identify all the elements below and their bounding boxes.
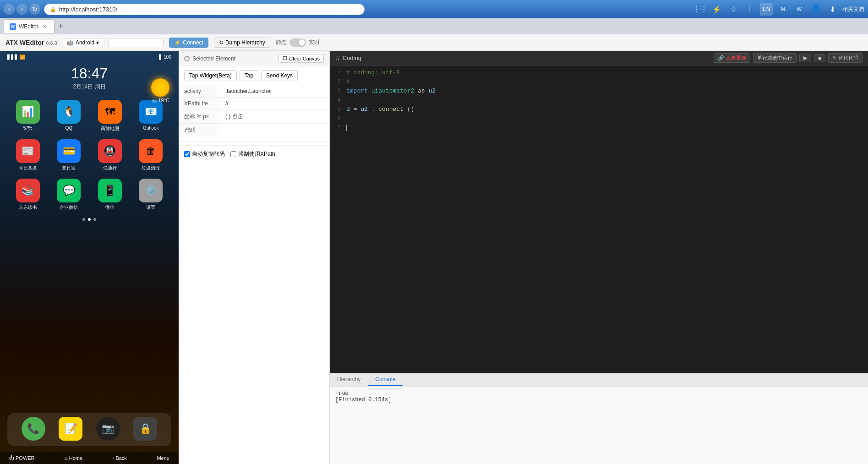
dock-lock[interactable]: 🔒	[131, 417, 160, 442]
extension1-icon[interactable]: M	[776, 3, 789, 16]
prop-code-row: 代码	[179, 124, 329, 137]
auto-copy-option[interactable]: 自动复制代码	[184, 150, 225, 158]
main-content: ▋▋▋ 📶 ▋ 100 18:47 2月14日 周日 储 19°C	[0, 51, 868, 464]
force-xpath-option[interactable]: 强制使用XPath	[230, 150, 275, 158]
app-alipay-icon: 💳	[57, 139, 81, 163]
replace-code-button[interactable]: ✎ 替代代码	[828, 53, 863, 63]
force-xpath-checkbox[interactable]	[230, 151, 236, 157]
back-button[interactable]: ‹	[4, 4, 15, 15]
tab-favicon: W	[10, 23, 16, 30]
dock-camera[interactable]: 📷	[93, 417, 123, 442]
stop-button[interactable]: ■	[814, 54, 825, 62]
profile-icon[interactable]: 👤	[809, 3, 822, 16]
clear-canvas-button[interactable]: ☐ Clear Canvas	[278, 54, 324, 63]
send-keys-button[interactable]: Send Keys	[261, 70, 298, 81]
app-icon-jdbook[interactable]: 📚 京东读书	[13, 179, 43, 211]
single-run-button[interactable]: 单行或选中运行	[753, 53, 797, 63]
inspector-panel: Selected Element ☐ Clear Canvas Tap Widg…	[179, 51, 330, 464]
app-jdbook-label: 京东读书	[13, 204, 43, 211]
phone-screen[interactable]: ▋▋▋ 📶 ▋ 100 18:47 2月14日 周日 储 19°C	[0, 51, 179, 464]
static-label: 静态	[276, 38, 287, 46]
dock-notes[interactable]: 📝	[56, 417, 85, 442]
dump-hierarchy-button[interactable]: ↻ Dump Hierarchy	[214, 38, 270, 48]
download-icon[interactable]: ⬇	[826, 3, 839, 16]
dock-row: 📞 📝 📷 🔒	[7, 413, 171, 446]
back-nav-button[interactable]: ‹ Back	[113, 455, 127, 461]
tab-close-button[interactable]: ×	[41, 23, 49, 30]
translate-icon[interactable]: EN	[760, 3, 773, 16]
power-button[interactable]: ⏻ POWER	[9, 455, 35, 461]
code-line-4: 4	[330, 97, 868, 106]
play-button[interactable]: ▶	[799, 54, 811, 62]
home-button[interactable]: ⌂ Home	[65, 455, 82, 461]
app-yitongxing-icon: 🚇	[98, 139, 122, 163]
connect-icon: ⚡	[174, 39, 181, 46]
app-qq-icon: 🐧	[57, 100, 81, 124]
link-icon: 🔗	[718, 55, 724, 61]
app-alipay-label: 支付宝	[54, 165, 83, 171]
menu-nav-button[interactable]: Menu	[157, 455, 169, 461]
code-editor-area[interactable]: 1 # coding: utf-8 2 # 3 import uiautomat…	[330, 66, 868, 373]
device-input[interactable]	[109, 38, 164, 47]
phone-nav-bar: ⏻ POWER ⌂ Home ‹ Back Menu	[0, 452, 179, 464]
signal-indicator: ▋▋▋ 📶	[7, 55, 25, 60]
app-icon-wxwork[interactable]: 💬 企业微信	[54, 179, 83, 211]
dock-phone[interactable]: 📞	[19, 417, 48, 442]
app-icon-outlook[interactable]: 📧 Outlook	[136, 100, 165, 132]
replace-icon: ✎	[832, 55, 836, 61]
home-icon: ⌂	[65, 455, 68, 461]
extension2-icon[interactable]: W	[793, 3, 806, 16]
star-icon[interactable]: ☆	[727, 3, 740, 16]
mode-toggle[interactable]	[289, 38, 306, 47]
app-icon-wechat[interactable]: 📱 微信	[95, 179, 125, 211]
props-table: activity .launcher.Launcher XPathLite //…	[179, 85, 329, 137]
inspector-header: Selected Element ☐ Clear Canvas	[179, 51, 329, 66]
app-qq-label: QQ	[54, 126, 83, 131]
line-num-4: 4	[330, 97, 346, 106]
app-icon-amap[interactable]: 🗺 高德地图	[95, 100, 125, 132]
console-tab[interactable]: Console	[368, 373, 403, 386]
phone-dock: 📞 📝 📷 🔒	[0, 413, 179, 446]
prop-xpath-val: //	[220, 98, 329, 110]
menu-icon[interactable]: ⋮	[743, 3, 756, 16]
app-yitongxing-label: 亿通行	[95, 165, 125, 171]
app-settings-icon: ⚙️	[139, 179, 163, 202]
click-rerun-button[interactable]: 🔗 点击重连	[714, 53, 750, 63]
refresh-button[interactable]: ↻	[29, 4, 40, 15]
app-icon-yitongxing[interactable]: 🚇 亿通行	[95, 139, 125, 171]
app-icon-settings[interactable]: ⚙️ 设置	[136, 179, 165, 211]
app-icon-toutiao[interactable]: 📰 今日头条	[13, 139, 43, 171]
app-title: ATX WEditor 0.6.3	[5, 39, 57, 46]
tap-widget-button[interactable]: Tap Widget(Beta)	[184, 70, 237, 81]
prop-xpath-row: XPathLite //	[179, 98, 329, 110]
app-icon-cleaner[interactable]: 🗑 垃圾清理	[136, 139, 165, 171]
new-tab-button[interactable]: +	[55, 20, 67, 33]
app-icon-qq[interactable]: 🐧 QQ	[54, 100, 83, 132]
code-line-1: 1 # coding: utf-8	[330, 69, 868, 78]
chevron-down-icon: ▾	[96, 39, 99, 46]
line-content-7	[346, 124, 868, 133]
app-cleaner-label: 垃圾清理	[136, 165, 165, 171]
hierarchy-tab[interactable]: Hierarchy	[330, 373, 368, 386]
code-toolbar: 🔗 点击重连 单行或选中运行 ▶ ■ ✎ 替代代码	[714, 53, 863, 63]
forward-button[interactable]: ›	[16, 4, 27, 15]
app-icon-57[interactable]: 📊 57%	[13, 100, 43, 132]
extensions-icon[interactable]: ⋮⋮	[694, 3, 707, 16]
console-line-2: [Finished 0.154s]	[335, 397, 863, 403]
code-line-2: 2 #	[330, 78, 868, 87]
weditor-tab[interactable]: W WEditor ×	[4, 19, 55, 33]
status-right: ▋ 100	[159, 55, 171, 60]
line-content-2: #	[346, 78, 868, 87]
app-icon-alipay[interactable]: 💳 支付宝	[54, 139, 83, 171]
code-title: ♫ Coding	[335, 55, 361, 61]
app-wxwork-label: 企业微信	[54, 204, 83, 211]
tap-button[interactable]: Tap	[240, 70, 258, 81]
platform-select[interactable]: 🤖 Android ▾	[63, 38, 103, 47]
connect-button[interactable]: ⚡ Connect	[169, 38, 208, 48]
lightning-icon[interactable]: ⚡	[710, 3, 723, 16]
app-toutiao-icon: 📰	[16, 139, 40, 163]
related-pages-link[interactable]: 相关文档	[842, 5, 864, 13]
url-text: http://localhost:17310/	[59, 6, 117, 13]
address-bar[interactable]: 🔒 http://localhost:17310/	[44, 4, 365, 15]
auto-copy-checkbox[interactable]	[184, 151, 190, 157]
